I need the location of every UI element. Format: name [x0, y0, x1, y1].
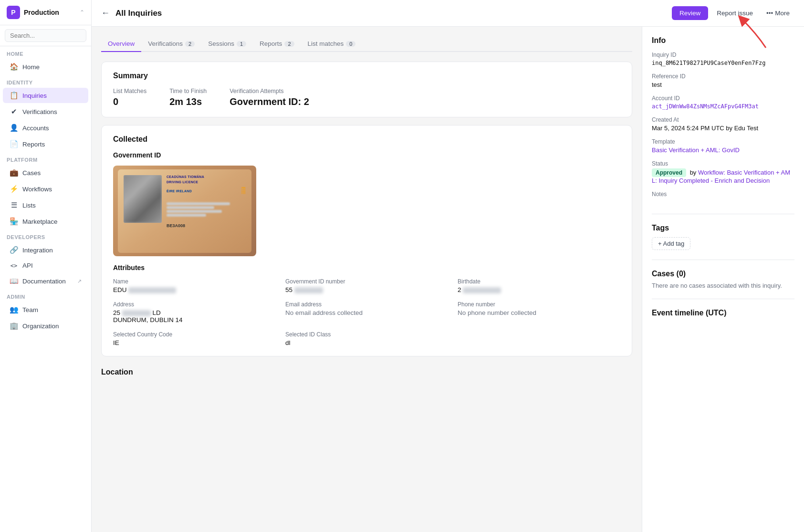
sidebar-item-label: Inquiries [22, 92, 47, 99]
tab-verifications[interactable]: Verifications 2 [141, 36, 201, 52]
sidebar-item-documentation[interactable]: 📖 Documentation ↗ [3, 273, 88, 289]
divider-3 [652, 299, 794, 299]
field-reference-id: Reference ID test [652, 73, 794, 88]
divider-2 [652, 260, 794, 260]
country-value: IE [113, 339, 276, 346]
lists-icon: ☰ [10, 201, 18, 209]
app-name: Production [24, 9, 59, 16]
email-label: Email address [285, 301, 448, 308]
reports-icon: 📄 [10, 140, 18, 148]
home-icon: 🏠 [10, 63, 18, 71]
gov-id-image: CEADÚNAS TIOMÁNA DRIVING LICENCE ÉIRE IR… [113, 166, 256, 256]
documentation-icon: 📖 [10, 277, 18, 285]
main-panel: Overview Verifications 2 Sessions 1 Repo… [92, 27, 642, 532]
sidebar-item-cases[interactable]: 💼 Cases [3, 165, 88, 180]
sidebar-item-marketplace[interactable]: 🏪 Marketplace [3, 214, 88, 229]
topbar-actions: Review Report issue ••• ··· More More [672, 6, 794, 20]
field-status: Status Approved by Workflow: Basic Verif… [652, 160, 794, 184]
summary-title: Summary [113, 72, 620, 80]
sidebar-item-team[interactable]: 👥 Team [3, 302, 88, 317]
search-input[interactable] [5, 29, 86, 42]
section-label-home: HOME [0, 46, 91, 59]
attr-birthdate: Birthdate 2 [458, 278, 620, 293]
field-notes: Notes [652, 191, 794, 198]
sidebar-item-label: API [22, 262, 33, 269]
sidebar-item-organization[interactable]: 🏢 Organization [3, 318, 88, 334]
event-timeline-section: Event timeline (UTC) [652, 309, 794, 317]
sidebar-item-home[interactable]: 🏠 Home [3, 59, 88, 74]
more-dots-icon: ••• [766, 10, 773, 17]
tabs: Overview Verifications 2 Sessions 1 Repo… [101, 36, 632, 52]
tab-sessions[interactable]: Sessions 1 [201, 36, 253, 52]
right-panel: Info Inquiry ID inq_8M621T98271PU9CaseY0… [642, 27, 804, 532]
tab-list-matches[interactable]: List matches 0 [301, 36, 363, 52]
attr-address: Address 25 LD DUNDRUM, DUBLIN 14 [113, 301, 276, 323]
account-id-label: Account ID [652, 95, 794, 102]
address-label: Address [113, 301, 276, 308]
sidebar-item-inquiries[interactable]: 📋 Inquiries [3, 88, 88, 103]
cases-title: Cases (0) [652, 270, 794, 278]
main-area: ← All Inquiries Review Report issue ••• … [92, 0, 804, 532]
tab-overview[interactable]: Overview [101, 36, 141, 52]
sidebar-item-workflows[interactable]: ⚡ Workflows [3, 181, 88, 197]
field-account-id: Account ID act_jDWnWw84ZsNMsMZcAFpvG4FM3… [652, 95, 794, 110]
sidebar-item-label: Workflows [22, 186, 52, 193]
sidebar-item-api[interactable]: <> API [3, 259, 88, 272]
summary-time: Time to Finish 2m 13s [169, 88, 207, 107]
sidebar-item-label: Integration [22, 247, 53, 254]
sidebar-item-verifications[interactable]: ✔ Verifications [3, 104, 88, 119]
account-id-value[interactable]: act_jDWnWw84ZsNMsMZcAFpvG4FM3at [652, 103, 794, 110]
inquiry-id-value: inq_8M621T98271PU9CaseY0enFen7Fzg [652, 60, 794, 66]
organization-icon: 🏢 [10, 322, 18, 330]
review-button[interactable]: Review [672, 6, 708, 20]
attr-phone: Phone number No phone number collected [458, 301, 620, 323]
id-text-area: CEADÚNAS TIOMÁNA DRIVING LICENCE ÉIRE IR… [167, 175, 246, 228]
workflows-icon: ⚡ [10, 185, 18, 193]
tags-title: Tags [652, 224, 794, 232]
divider-1 [652, 214, 794, 214]
tags-section: Tags + Add tag [652, 224, 794, 250]
summary-grid: List Matches 0 Time to Finish 2m 13s Ver… [113, 88, 620, 107]
attr-gov-id-number: Government ID number 55 [285, 278, 448, 293]
team-icon: 👥 [10, 305, 18, 314]
template-value[interactable]: Basic Verification + AML: GovID [652, 146, 794, 154]
attr-country: Selected Country Code IE [113, 331, 276, 346]
add-tag-button[interactable]: + Add tag [652, 237, 690, 250]
reference-id-value: test [652, 81, 794, 88]
summary-card: Summary List Matches 0 Time to Finish 2m… [101, 62, 632, 117]
sidebar-item-label: Verifications [22, 108, 57, 115]
report-issue-button[interactable]: Report issue [712, 6, 758, 20]
sidebar-item-accounts[interactable]: 👤 Accounts [3, 120, 88, 136]
notes-label: Notes [652, 191, 794, 198]
info-section: Info Inquiry ID inq_8M621T98271PU9CaseY0… [652, 36, 794, 204]
sidebar-item-label: Lists [22, 202, 36, 209]
email-value: No email address collected [285, 309, 448, 316]
name-label: Name [113, 278, 276, 285]
search-container [0, 25, 91, 46]
verification-label: Verification Attempts [230, 88, 309, 94]
location-title-hint: Location [101, 364, 632, 378]
id-class-value: dl [285, 339, 448, 346]
list-matches-value: 0 [113, 96, 146, 107]
logo-icon: P [7, 6, 20, 19]
sidebar-item-reports[interactable]: 📄 Reports [3, 136, 88, 152]
field-template: Template Basic Verification + AML: GovID [652, 138, 794, 154]
section-label-admin: ADMIN [0, 289, 91, 302]
back-button[interactable]: ← [101, 8, 110, 18]
content-area: Overview Verifications 2 Sessions 1 Repo… [92, 27, 804, 532]
phone-label: Phone number [458, 301, 620, 308]
country-label: Selected Country Code [113, 331, 276, 338]
section-label-developers: DEVELOPERS [0, 229, 91, 242]
birthdate-blur [463, 287, 501, 293]
id-photo [124, 175, 162, 223]
more-button[interactable]: ••• ··· More More [762, 6, 794, 20]
sidebar-item-integration[interactable]: 🔗 Integration [3, 242, 88, 258]
gov-id-title: Government ID [113, 151, 620, 159]
attr-id-class: Selected ID Class dl [285, 331, 448, 346]
sidebar-item-lists[interactable]: ☰ Lists [3, 198, 88, 213]
tab-reports[interactable]: Reports 2 [253, 36, 301, 52]
app-logo[interactable]: P Production ⌃ [0, 0, 91, 25]
sidebar-item-label: Reports [22, 141, 45, 148]
app-chevron-icon: ⌃ [80, 9, 84, 16]
gov-id-number-label: Government ID number [285, 278, 448, 285]
